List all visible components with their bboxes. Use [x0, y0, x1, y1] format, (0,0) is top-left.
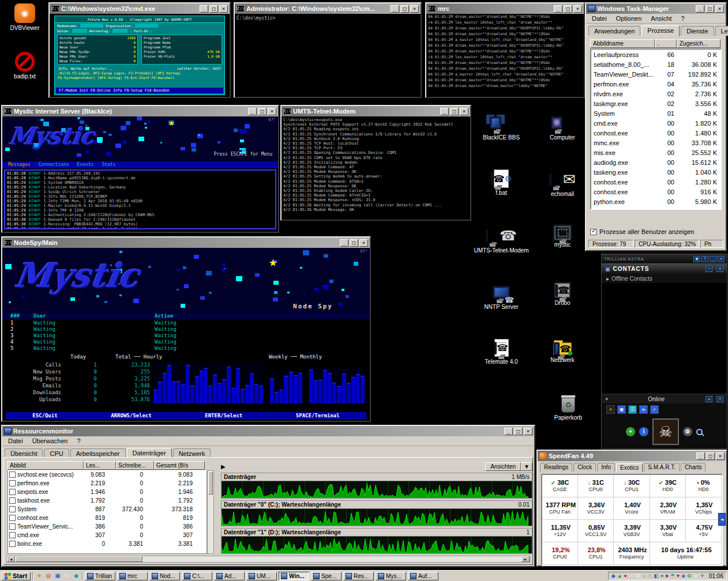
- info-button[interactable]: i: [639, 427, 648, 436]
- checkbox[interactable]: [9, 480, 16, 486]
- horizontal-scrollbar[interactable]: ◄►: [6, 556, 530, 563]
- titlebar[interactable]: C:\ mrc _□×: [426, 3, 584, 14]
- process-row[interactable]: audiodg.exe 00 15.612 K: [591, 157, 721, 167]
- node-row[interactable]: 3 Waiting Waiting: [2, 333, 370, 339]
- scroll-thumb[interactable]: [16, 556, 142, 562]
- expand-arrow-icon[interactable]: ▶: [221, 463, 226, 470]
- taskbar-button[interactable]: Ad...: [214, 572, 245, 580]
- checkbox[interactable]: [9, 541, 16, 547]
- tray-icon[interactable]: ♥: [677, 572, 680, 580]
- quick-launch-icon[interactable]: ★: [35, 572, 43, 580]
- taskbar-button[interactable]: UM...: [246, 572, 277, 580]
- desktop-icon-recycle-bin[interactable]: Papierkorb: [538, 397, 599, 421]
- mystic-tab[interactable]: Stats: [102, 161, 115, 168]
- node-row[interactable]: 5 Waiting Waiting: [2, 345, 370, 352]
- checkbox[interactable]: [9, 523, 16, 530]
- close-button[interactable]: ×: [219, 5, 228, 13]
- tab[interactable]: Clock: [573, 463, 596, 471]
- menu-item[interactable]: Datei: [587, 14, 611, 22]
- menu-item[interactable]: ?: [676, 14, 689, 22]
- desktop-icon[interactable]: ☎ echomail: [532, 169, 593, 226]
- quick-launch-icon[interactable]: ▣: [54, 572, 62, 580]
- quick-launch-icon[interactable]: ◎: [44, 572, 52, 580]
- disk-row[interactable]: perfmon.exe 2.219 0 2.219: [8, 479, 207, 488]
- column-header[interactable]: Gesamt (B/s: [154, 461, 205, 470]
- tray-icon[interactable]: ◈: [681, 572, 685, 580]
- disk-row[interactable]: cmd.exe 307 0 307: [8, 531, 207, 540]
- search-icon[interactable]: [696, 429, 703, 435]
- titlebar[interactable]: C:\ Administrator: C:\Windows\system32\c…: [235, 3, 421, 14]
- tray-icon[interactable]: ◧: [654, 572, 659, 580]
- disk-row[interactable]: taskhost.exe 1.792 0 1.792: [8, 496, 207, 505]
- node-row[interactable]: 4 Waiting Waiting: [2, 339, 370, 345]
- scroll-down-icon[interactable]: ▾: [716, 396, 723, 402]
- im-network-icon[interactable]: ☰: [628, 405, 637, 414]
- process-row[interactable]: Leerlaufprozess 66 0 K: [591, 50, 721, 59]
- close-button[interactable]: ×: [573, 5, 582, 13]
- scroll-right-icon[interactable]: ►: [521, 556, 530, 562]
- close-button[interactable]: ×: [410, 5, 419, 13]
- titlebar[interactable]: C:\ Mystic Internet Server (BlackIce) _□…: [2, 106, 278, 116]
- taskbar-button[interactable]: Win...: [279, 572, 309, 580]
- tab[interactable]: Dienste: [681, 26, 714, 36]
- process-row[interactable]: setiathome_8.00_... 18 36.008 K: [591, 59, 721, 69]
- process-row[interactable]: taskmgr.exe 02 3.556 K: [591, 99, 721, 108]
- taskbar-button[interactable]: mrc: [117, 572, 148, 580]
- checkbox[interactable]: [9, 506, 16, 512]
- titlebar[interactable]: Ressourcenmonitor _□×: [2, 426, 534, 436]
- task-manager-window[interactable]: Windows Task-Manager _□× DateiOptionenAn…: [585, 2, 727, 251]
- titlebar[interactable]: Windows Task-Manager _□×: [586, 3, 726, 14]
- process-row[interactable]: mmc.exe 00 33.708 K: [591, 138, 721, 148]
- taskbar-button[interactable]: Nod...: [149, 572, 180, 580]
- speedfan-window[interactable]: SpeedFan 4.49 _□× ReadingsClockInfoExoti…: [536, 450, 727, 567]
- add-contact-button[interactable]: +: [626, 427, 635, 436]
- im-network-icon[interactable]: ✓: [650, 405, 659, 414]
- checkbox[interactable]: [9, 515, 16, 521]
- node-row[interactable]: 1 Waiting Waiting: [2, 320, 370, 326]
- desktop-icon[interactable]: ☎ Netzwerk: [532, 339, 593, 395]
- checkbox[interactable]: [9, 532, 16, 538]
- titlebar[interactable]: SpeedFan 4.49 _□×: [538, 451, 726, 461]
- desktop-icon[interactable]: ☎ Computer: [532, 113, 593, 169]
- process-row[interactable]: mis.exe 00 25.552 K: [591, 148, 721, 157]
- checkbox[interactable]: [9, 497, 16, 504]
- contact-group[interactable]: ▸ Offline Contacts: [602, 274, 727, 283]
- close-panel-icon[interactable]: ×: [716, 266, 723, 272]
- layout-icon[interactable]: ▦: [693, 256, 700, 262]
- desktop-icon[interactable]: ☎ mystic: [532, 226, 593, 282]
- disk-row[interactable]: conhost.exe 819 0 819: [8, 514, 207, 522]
- tab[interactable]: Charts: [681, 463, 706, 471]
- column-header[interactable]: Schreibe...: [116, 461, 154, 470]
- tray-icon[interactable]: ⚠: [647, 572, 652, 580]
- column-header[interactable]: Abbild: [7, 461, 84, 470]
- vertical-scrollbar[interactable]: [207, 470, 214, 554]
- show-all-users[interactable]: Prozesse aller Benutzer anzeigen: [590, 228, 694, 235]
- mrc-window[interactable]: C:\ mrc _□× 04 01:05:2M dream_master*"dr…: [425, 2, 585, 98]
- start-button[interactable]: Start: [1, 572, 31, 580]
- taskbar-button[interactable]: C:\...: [182, 572, 212, 580]
- tray-icon[interactable]: ▲: [617, 572, 622, 580]
- desktop-icon[interactable]: DVBViewer: [2, 3, 47, 52]
- checkbox[interactable]: [9, 489, 16, 495]
- umts-modem-window[interactable]: C:\ UMTS-Telnet-Modem _□× C:\dos\mystic>…: [280, 105, 471, 221]
- tray-icon[interactable]: ♪: [643, 572, 646, 580]
- cmd-futurebox-window[interactable]: C:\ C:\Windows\system32\cmd.exe _□× Futu…: [48, 2, 231, 98]
- tab[interactable]: S.M.A.R.T.: [644, 463, 680, 471]
- taskbar-button[interactable]: Spe...: [311, 572, 342, 580]
- titlebar[interactable]: C:\ C:\Windows\system32\cmd.exe _□×: [50, 3, 230, 14]
- help-icon[interactable]: ?: [701, 256, 708, 262]
- maximize-button[interactable]: □: [450, 108, 459, 115]
- tab[interactable]: Info: [597, 463, 615, 471]
- settings-gear-icon[interactable]: ⚙: [683, 427, 692, 436]
- desktop-icon[interactable]: ☎ UMTS-Telnet-Modem: [471, 226, 532, 282]
- process-row[interactable]: conhost.exe 00 916 K: [591, 187, 721, 197]
- disk-row[interactable]: boinc.exe 0 3.381 3.381: [8, 540, 207, 548]
- tray-icon[interactable]: ▼: [700, 572, 705, 580]
- resource-monitor-window[interactable]: Ressourcenmonitor _□× DateiÜberwachen? Ü…: [1, 425, 535, 567]
- tray-icon[interactable]: ◉: [693, 572, 698, 580]
- process-row[interactable]: conhost.exe 00 1.480 K: [591, 128, 721, 138]
- tray-icon[interactable]: ●: [624, 572, 627, 580]
- close-button[interactable]: ×: [460, 108, 468, 115]
- process-row[interactable]: python.exe 00 5.980 K: [591, 197, 721, 206]
- tray-icon[interactable]: ■: [665, 572, 668, 580]
